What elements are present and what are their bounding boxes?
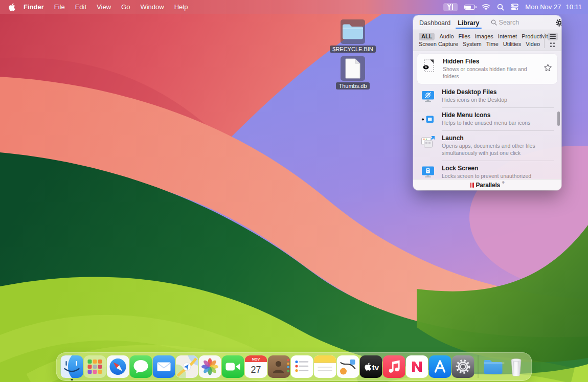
document-icon bbox=[341, 56, 365, 81]
category-files[interactable]: Files bbox=[459, 33, 470, 40]
tab-dashboard[interactable]: Dashboard bbox=[418, 16, 451, 29]
tool-title: Lock Screen bbox=[442, 165, 540, 172]
search-field[interactable] bbox=[491, 19, 550, 26]
desktop-icon-thumbs-db[interactable]: Thumbs.db bbox=[333, 56, 372, 89]
dock: NOV 27 bbox=[56, 352, 532, 381]
tool-title: Hidden Files bbox=[443, 58, 537, 65]
dock-icon-mail[interactable] bbox=[153, 355, 175, 378]
tools-list: Hidden Files Shows or conceals hidden fi… bbox=[413, 51, 561, 179]
menu-view[interactable]: View bbox=[92, 3, 116, 11]
dock-icon-messages[interactable] bbox=[130, 355, 152, 378]
menu-finder[interactable]: Finder bbox=[17, 3, 49, 11]
dock-icon-trash[interactable] bbox=[505, 355, 528, 378]
tool-hide-menu-icons[interactable]: Hide Menu Icons Helps to hide unused men… bbox=[413, 107, 561, 130]
category-time[interactable]: Time bbox=[486, 40, 499, 48]
dock-icon-reminders[interactable] bbox=[291, 355, 313, 378]
tool-title: Hide Desktop Files bbox=[442, 88, 507, 96]
control-center-icon[interactable] bbox=[511, 4, 518, 10]
tool-launch[interactable]: Launch Opens apps, documents and other f… bbox=[413, 130, 561, 160]
dock-icon-contacts[interactable] bbox=[268, 355, 290, 378]
dock-icon-facetime[interactable] bbox=[222, 355, 244, 378]
search-icon bbox=[491, 19, 497, 26]
favorite-star-icon[interactable] bbox=[544, 63, 552, 74]
battery-icon[interactable] bbox=[464, 5, 475, 10]
tool-description: Shows or conceals hidden files and folde… bbox=[443, 66, 537, 80]
tab-library[interactable]: Library bbox=[457, 16, 480, 29]
dock-icon-downloads-folder[interactable] bbox=[482, 355, 505, 378]
folder-icon bbox=[341, 19, 365, 44]
tool-description: Hides icons on the Desktop bbox=[442, 97, 507, 104]
desktop-icon-label: $RECYCLE.BIN bbox=[330, 46, 375, 53]
menu-go[interactable]: Go bbox=[116, 3, 135, 11]
hidden-files-icon bbox=[421, 58, 437, 73]
panel-scrollbar[interactable] bbox=[557, 111, 560, 126]
launch-icon bbox=[420, 134, 436, 150]
dock-icon-safari[interactable] bbox=[107, 355, 129, 378]
panel-header: Dashboard Library bbox=[413, 15, 561, 30]
parallels-toolbox-panel: Dashboard Library ALL Aud bbox=[413, 15, 561, 190]
toggle-divider bbox=[544, 33, 545, 48]
category-audio[interactable]: Audio bbox=[439, 33, 454, 40]
category-productivity[interactable]: Productivity bbox=[522, 33, 551, 40]
parallels-logo-text: Parallels bbox=[476, 182, 501, 189]
category-utilities[interactable]: Utilities bbox=[503, 40, 521, 48]
dock-icon-app-store[interactable] bbox=[429, 355, 451, 378]
lock-screen-icon bbox=[420, 165, 436, 179]
parallels-toolbox-menu-icon[interactable] bbox=[443, 3, 458, 11]
desktop-screen: Finder File Edit View Go Window Help bbox=[0, 0, 588, 382]
menu-edit[interactable]: Edit bbox=[70, 3, 92, 11]
tool-title: Launch bbox=[442, 134, 540, 142]
dock-icon-notes[interactable] bbox=[314, 355, 336, 378]
menu-help[interactable]: Help bbox=[169, 3, 193, 11]
category-internet[interactable]: Internet bbox=[498, 33, 517, 40]
clock-date: Mon Nov 27 bbox=[525, 3, 561, 11]
menu-window[interactable]: Window bbox=[135, 3, 169, 11]
dock-divider bbox=[478, 355, 479, 378]
dock-icon-launchpad[interactable] bbox=[84, 355, 106, 378]
calendar-month-label: NOV bbox=[252, 357, 260, 361]
dock-icon-freeform[interactable] bbox=[337, 355, 359, 378]
parallels-trademark: ® bbox=[502, 181, 504, 184]
desktop-icon-label: Thumbs.db bbox=[336, 82, 369, 89]
tool-description: Locks screen to prevent unauthorized acc… bbox=[442, 173, 540, 179]
menu-file[interactable]: File bbox=[49, 3, 70, 11]
tool-title: Hide Menu Icons bbox=[442, 111, 530, 119]
grid-view-toggle[interactable] bbox=[550, 42, 555, 48]
dock-icon-news[interactable] bbox=[406, 355, 428, 378]
category-filters: ALL Audio Files Images Internet Producti… bbox=[413, 30, 561, 51]
category-images[interactable]: Images bbox=[475, 33, 493, 40]
search-input[interactable] bbox=[499, 19, 550, 26]
dock-icon-finder[interactable] bbox=[61, 355, 83, 378]
wifi-icon[interactable] bbox=[482, 4, 490, 10]
category-video[interactable]: Video bbox=[526, 40, 540, 48]
list-view-toggle[interactable] bbox=[548, 33, 558, 40]
menu-bar: Finder File Edit View Go Window Help bbox=[0, 0, 588, 14]
calendar-day-label: 27 bbox=[251, 365, 261, 375]
tool-hidden-files[interactable]: Hidden Files Shows or conceals hidden fi… bbox=[417, 54, 557, 84]
dock-icon-music[interactable] bbox=[383, 355, 405, 378]
apple-menu-icon[interactable] bbox=[7, 3, 17, 11]
tool-lock-screen[interactable]: Lock Screen Locks screen to prevent unau… bbox=[413, 161, 561, 179]
desktop-icon-recycle-bin[interactable]: $RECYCLE.BIN bbox=[333, 19, 372, 53]
tool-description: Helps to hide unused menu bar icons bbox=[442, 120, 530, 127]
menu-bar-clock[interactable]: Mon Nov 27 10:11 bbox=[525, 3, 582, 11]
settings-gear-icon[interactable] bbox=[555, 18, 561, 27]
dock-icon-photos[interactable] bbox=[199, 355, 221, 378]
panel-footer: Parallels ® bbox=[413, 179, 561, 190]
hide-desktop-files-icon bbox=[420, 88, 436, 104]
finder-running-indicator bbox=[71, 379, 73, 381]
dock-icon-apple-tv[interactable]: tv bbox=[360, 355, 382, 378]
dock-icon-maps[interactable] bbox=[176, 355, 198, 378]
hide-menu-icons-icon bbox=[420, 111, 436, 127]
dock-icon-calendar[interactable]: NOV 27 bbox=[245, 355, 267, 378]
tool-description: Opens apps, documents and other files si… bbox=[442, 143, 540, 156]
dock-icon-system-settings[interactable] bbox=[452, 355, 474, 378]
spotlight-search-icon[interactable] bbox=[497, 4, 504, 11]
category-screen-capture[interactable]: Screen Capture bbox=[419, 40, 458, 48]
category-system[interactable]: System bbox=[463, 40, 482, 48]
tv-label: tv bbox=[372, 363, 379, 372]
parallels-logo-icon bbox=[470, 183, 474, 188]
clock-time: 10:11 bbox=[566, 3, 582, 11]
tool-hide-desktop-files[interactable]: Hide Desktop Files Hides icons on the De… bbox=[413, 84, 561, 107]
category-all[interactable]: ALL bbox=[419, 33, 435, 40]
